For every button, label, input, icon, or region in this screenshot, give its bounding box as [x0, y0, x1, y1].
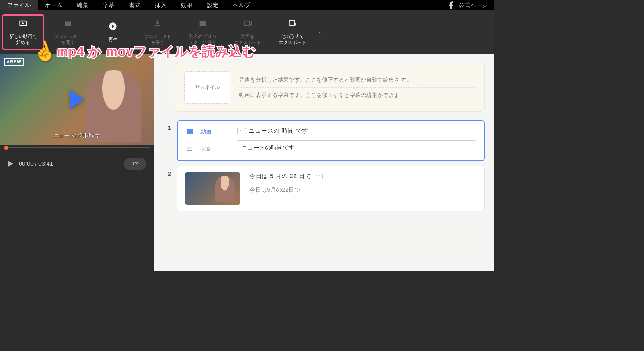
clapper-icon — [185, 127, 195, 136]
clip-thumbnail[interactable] — [185, 172, 240, 205]
subtitle-label-row[interactable]: 字幕 — [185, 144, 228, 153]
new-video-label: 新しい動画で 始める — [9, 33, 37, 45]
clip-number: 2 — [162, 166, 171, 211]
burned-caption: ニュースの時間です — [54, 132, 101, 139]
facebook-icon — [447, 1, 456, 10]
video-preview[interactable]: VREW ニュースの時間です — [0, 54, 154, 145]
clip-row: 1 動画 字幕 [‥] — [154, 118, 494, 163]
save-as-button[interactable]: 別名のプロジ ェクトで保存 — [181, 14, 224, 50]
menu-format[interactable]: 書式 — [122, 0, 148, 11]
export-video-button[interactable]: 動画を エクスポート — [226, 14, 269, 50]
play-overlay-icon[interactable] — [70, 90, 84, 109]
presenter-figure — [86, 70, 141, 142]
clip-row: 2 今日は 5 月の 22 日で [‥] 今日は5月の22日で — [154, 163, 494, 214]
menubar: ファイル ホーム 編集 字幕 書式 挿入 効果 設定 ヘルプ 公式ページ — [0, 0, 494, 10]
menu-help[interactable]: ヘルプ — [226, 0, 258, 11]
menu-settings[interactable]: 設定 — [200, 0, 226, 11]
scrubber[interactable] — [0, 145, 154, 151]
export-other-button[interactable]: 他の形式で エクスポート — [271, 14, 314, 50]
subtitle-label: 字幕 — [200, 145, 211, 153]
export-other-icon — [288, 19, 297, 31]
clip-list-panel: サムネイル 音声を分析した結果です。ここを修正すると動画が自動で編集さ す。 動… — [154, 54, 494, 271]
official-page-link[interactable]: 公式ページ — [447, 1, 494, 10]
speed-button[interactable]: 1x — [124, 158, 146, 170]
thumbnail-placeholder[interactable]: サムネイル — [184, 71, 230, 104]
menu-effect[interactable]: 効果 — [174, 0, 200, 11]
subtitle-text[interactable]: 今日は5月の22日で — [249, 186, 476, 194]
menu-file[interactable]: ファイル — [0, 0, 38, 11]
video-label: 動画 — [200, 128, 211, 135]
save-project-label: プロジェクト を保存 — [144, 33, 171, 45]
toolbar-more-dropdown[interactable]: ▾ — [316, 30, 324, 35]
new-video-icon — [19, 19, 28, 31]
chevron-down-icon: ▾ — [319, 30, 321, 35]
save-project-button[interactable]: プロジェクト を保存 — [137, 14, 179, 50]
save-as-label: 別名のプロジ ェクトで保存 — [189, 33, 216, 45]
video-label-row[interactable]: 動画 — [185, 127, 228, 136]
preview-panel: VREW ニュースの時間です 00:00 / 03:41 1x — [0, 54, 154, 271]
player-controls: 00:00 / 03:41 1x — [0, 151, 154, 177]
transcript-text[interactable]: 今日は 5 月の 22 日で [‥] — [249, 172, 476, 180]
official-page-label: 公式ページ — [459, 1, 488, 9]
info-line-audio: 音声を分析した結果です。ここを修正すると動画が自動で編集さ す。 — [239, 72, 475, 88]
svg-rect-2 — [244, 21, 249, 26]
subtitle-lines-icon — [185, 144, 195, 153]
info-box: サムネイル 音声を分析した結果です。ここを修正すると動画が自動で編集さ す。 動… — [175, 63, 485, 112]
download-icon — [153, 19, 162, 31]
clip-card[interactable]: 今日は 5 月の 22 日で [‥] 今日は5月の22日で — [177, 166, 485, 211]
menu-subtitle[interactable]: 字幕 — [96, 0, 122, 11]
menu-insert[interactable]: 挿入 — [148, 0, 174, 11]
play-circle-icon — [108, 22, 117, 34]
export-video-label: 動画を エクスポート — [234, 33, 261, 45]
clapper-save-icon — [198, 19, 207, 31]
export-other-label: 他の形式で エクスポート — [279, 33, 306, 45]
open-project-button[interactable]: プロジェクト を開く — [47, 14, 89, 50]
clapper-icon — [63, 19, 73, 31]
time-display: 00:00 / 03:41 — [19, 161, 118, 167]
clip-card-selected[interactable]: 動画 字幕 [‥] ニュースの 時間 です — [177, 120, 485, 161]
export-video-icon — [243, 19, 252, 31]
toolbar: 新しい動画で 始める プロジェクト を開く 再生 プロジェクト を保存 別名のプ… — [0, 10, 494, 54]
info-line-subtitle: 動画に表示する字幕です。ここを修正すると字幕の編集ができま — [239, 88, 475, 103]
clip-number: 1 — [162, 120, 171, 161]
transcript-text[interactable]: [‥] ニュースの 時間 です — [237, 127, 476, 135]
subtitle-input[interactable] — [237, 140, 476, 154]
new-video-button[interactable]: 新しい動画で 始める — [2, 14, 44, 50]
vrew-logo: VREW — [4, 58, 24, 66]
player-play-button[interactable] — [8, 161, 13, 167]
scrubber-thumb[interactable] — [4, 146, 8, 150]
menu-edit[interactable]: 編集 — [70, 0, 96, 11]
play-label: 再生 — [108, 36, 117, 42]
play-button[interactable]: 再生 — [92, 14, 134, 50]
open-project-label: プロジェクト を開く — [54, 33, 82, 45]
menu-home[interactable]: ホーム — [38, 0, 70, 11]
